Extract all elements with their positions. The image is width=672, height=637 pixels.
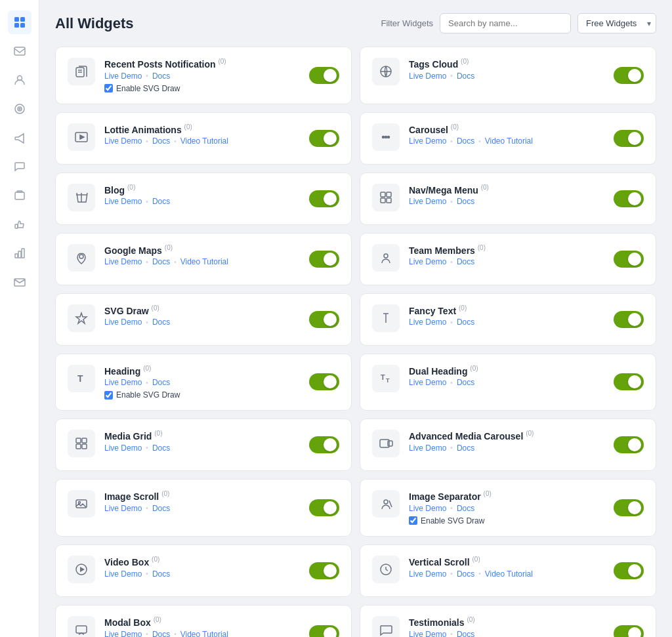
widget-link-docs[interactable]: Docs [457,443,474,453]
widget-info-1: Recent Posts Notification (0) Live Demo•… [104,58,300,93]
widget-link-live-demo[interactable]: Live Demo [409,443,446,453]
widget-link-docs[interactable]: Docs [457,318,474,327]
widget-link-video-tutorial[interactable]: Video Tutorial [180,257,228,266]
dot-separator: • [146,379,148,386]
widget-link-docs[interactable]: Docs [457,504,474,513]
toggle-slider [614,130,644,147]
widget-link-docs[interactable]: Docs [457,569,474,579]
widget-link-docs[interactable]: Docs [457,378,474,387]
widget-icon-8 [372,244,400,272]
widget-checkbox-wrap: Enable SVG Draw [104,84,300,93]
widget-links-16: Live Demo•Docs [409,504,604,513]
sidebar-icon-envelope[interactable] [8,270,32,294]
widget-name-20: Testimonials (0) [409,616,604,628]
widget-toggle-2[interactable] [614,67,644,84]
widget-link-live-demo[interactable]: Live Demo [104,72,142,81]
widget-icon-4 [372,123,400,151]
sidebar-icon-user[interactable] [8,68,32,92]
sidebar-icon-bar-chart[interactable] [8,241,32,265]
widget-link-live-demo[interactable]: Live Demo [104,378,142,387]
widget-link-docs[interactable]: Docs [152,197,170,206]
widget-link-video-tutorial[interactable]: Video Tutorial [180,136,228,146]
widget-toggle-16[interactable] [614,499,644,516]
widget-link-live-demo[interactable]: Live Demo [409,318,446,327]
dot-separator: • [146,319,148,326]
widget-link-live-demo[interactable]: Live Demo [409,72,446,81]
widget-toggle-4[interactable] [614,130,644,147]
sidebar-icon-target[interactable] [8,97,32,121]
toggle-slider [614,562,644,579]
widget-link-docs[interactable]: Docs [152,72,170,81]
widget-toggle-9[interactable] [309,311,339,328]
filter-dropdown[interactable]: Free Widgets All Widgets Pro Widgets [578,13,656,33]
widget-link-docs[interactable]: Docs [457,72,474,81]
widget-link-docs[interactable]: Docs [152,136,170,146]
widget-toggle-14[interactable] [614,436,644,453]
svg-rect-27 [387,192,391,197]
widget-toggle-20[interactable] [614,625,644,637]
svg-draw-checkbox[interactable] [104,84,113,92]
widget-link-live-demo[interactable]: Live Demo [104,136,142,146]
widget-toggle-18[interactable] [614,562,644,579]
widget-link-docs[interactable]: Docs [152,378,170,387]
widget-toggle-17[interactable] [309,562,339,579]
widget-link-docs[interactable]: Docs [152,443,170,453]
widget-badge: (0) [484,490,492,497]
widget-toggle-19[interactable] [309,625,339,637]
widget-links-15: Live Demo•Docs [104,504,300,513]
svg-draw-checkbox[interactable] [409,516,417,525]
widget-toggle-8[interactable] [614,251,644,268]
svg-rect-10 [17,191,22,192]
widget-toggle-13[interactable] [309,436,339,453]
widget-link-live-demo[interactable]: Live Demo [104,504,142,513]
sidebar-icon-mail[interactable] [8,39,32,63]
dot-separator: • [146,138,148,145]
widget-link-live-demo[interactable]: Live Demo [409,378,446,387]
widget-toggle-5[interactable] [309,190,339,207]
widget-link-video-tutorial[interactable]: Video Tutorial [485,136,533,146]
widget-badge: (0) [526,430,534,437]
widget-link-docs[interactable]: Docs [152,569,170,579]
sidebar-icon-thumbs-up[interactable] [8,213,32,236]
widget-link-live-demo[interactable]: Live Demo [409,197,446,206]
widget-link-docs[interactable]: Docs [457,136,474,146]
widget-toggle-11[interactable] [309,373,339,390]
widget-toggle-1[interactable] [309,67,339,84]
widget-link-live-demo[interactable]: Live Demo [104,569,142,579]
widget-link-docs[interactable]: Docs [457,197,474,206]
widget-link-live-demo[interactable]: Live Demo [104,630,142,637]
search-input[interactable] [440,13,571,33]
svg-draw-checkbox[interactable] [104,391,113,400]
svg-rect-42 [388,441,392,446]
widget-toggle-10[interactable] [614,311,644,328]
svg-rect-3 [20,23,25,28]
widget-link-live-demo[interactable]: Live Demo [409,136,446,146]
svg-point-30 [79,255,83,258]
widget-link-video-tutorial[interactable]: Video Tutorial [485,569,533,579]
sidebar-icon-chat[interactable] [8,155,32,178]
widget-toggle-3[interactable] [309,130,339,147]
widget-link-live-demo[interactable]: Live Demo [104,318,142,327]
widget-toggle-7[interactable] [309,251,339,268]
widget-link-docs[interactable]: Docs [152,630,170,637]
widget-link-live-demo[interactable]: Live Demo [409,569,446,579]
sidebar-icon-grid[interactable] [8,10,32,34]
widget-link-live-demo[interactable]: Live Demo [409,630,446,637]
widget-link-live-demo[interactable]: Live Demo [409,504,446,513]
widget-link-video-tutorial[interactable]: Video Tutorial [180,630,228,637]
widget-link-live-demo[interactable]: Live Demo [104,197,142,206]
widget-link-live-demo[interactable]: Live Demo [104,257,142,266]
widget-link-docs[interactable]: Docs [152,257,170,266]
sidebar-icon-layers[interactable] [8,184,32,207]
widget-link-docs[interactable]: Docs [152,504,170,513]
widget-link-live-demo[interactable]: Live Demo [104,443,142,453]
widget-toggle-12[interactable] [614,373,644,390]
widget-link-docs[interactable]: Docs [152,318,170,327]
widget-toggle-6[interactable] [614,190,644,207]
widget-link-docs[interactable]: Docs [457,257,474,266]
widget-toggle-15[interactable] [309,499,339,516]
sidebar-icon-megaphone[interactable] [8,126,32,150]
widget-card-7: Google Maps (0) Live Demo•Docs•Video Tut… [55,233,352,285]
widget-link-docs[interactable]: Docs [457,630,474,637]
widget-link-live-demo[interactable]: Live Demo [409,257,446,266]
